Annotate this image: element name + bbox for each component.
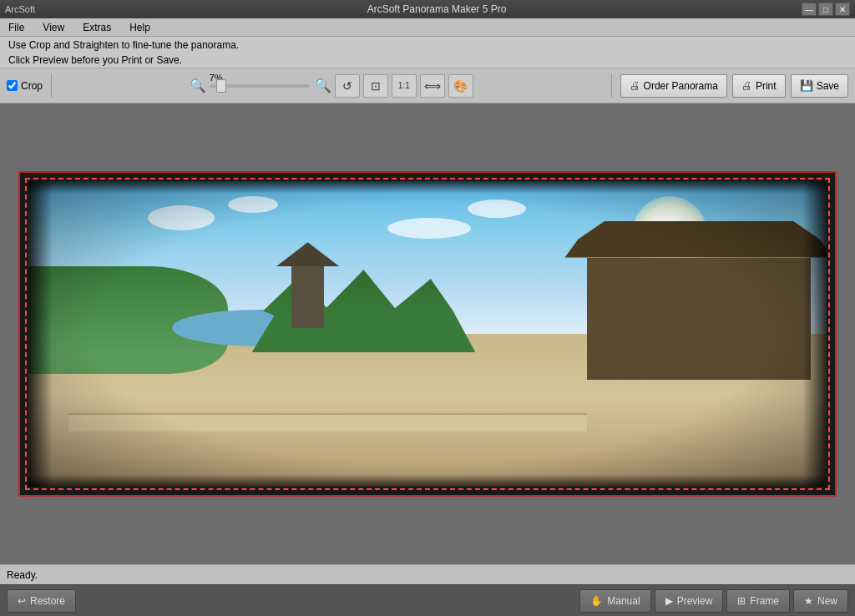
bottom-btn-group: ✋ Manual ▶ Preview ⊞ Frame ★ New: [579, 589, 848, 613]
toolbar: Crop 🔍 7% 🔍 ↺ ⊡ 1:1 ⟺ 🎨 🖨 Order Panorama…: [0, 68, 855, 104]
straighten-button[interactable]: ⟺: [420, 74, 445, 98]
separator-1: [51, 74, 52, 98]
status-bar: Ready.: [0, 564, 855, 584]
crop-checkbox[interactable]: [7, 80, 18, 91]
instructions-bar: Use Crop and Straighten to fine-tune the…: [0, 37, 855, 68]
menu-help[interactable]: Help: [124, 20, 155, 35]
zoom-in-icon[interactable]: 🔍: [315, 78, 331, 93]
restore-button[interactable]: ↩ Restore: [7, 589, 76, 613]
zoom-out-icon[interactable]: 🔍: [190, 78, 206, 93]
minimize-button[interactable]: —: [802, 3, 817, 16]
print-icon: 🖨: [741, 79, 752, 92]
order-icon: 🖨: [630, 79, 640, 92]
close-button[interactable]: ✕: [835, 3, 850, 16]
crop-checkbox-wrapper: Crop: [7, 80, 43, 92]
vignette-overlay: [28, 181, 827, 487]
maximize-button[interactable]: □: [818, 3, 833, 16]
main-canvas: [0, 104, 855, 564]
print-button[interactable]: 🖨 Print: [732, 74, 786, 98]
preview-button[interactable]: ▶ Preview: [655, 589, 724, 613]
instructions-text: Use Crop and Straighten to fine-tune the…: [8, 38, 239, 68]
menu-view[interactable]: View: [38, 20, 69, 35]
actual-size-button[interactable]: 1:1: [392, 74, 417, 98]
manual-icon: ✋: [590, 595, 603, 607]
new-icon: ★: [804, 595, 813, 607]
save-icon: 💾: [800, 79, 813, 92]
order-panorama-button[interactable]: 🖨 Order Panorama: [620, 74, 727, 98]
window-controls: — □ ✕: [802, 3, 850, 16]
title-bar: ArcSoft ArcSoft Panorama Maker 5 Pro — □…: [0, 0, 855, 18]
restore-icon: ↩: [18, 595, 26, 607]
panorama-image: [28, 181, 827, 487]
zoom-slider-thumb[interactable]: [216, 79, 226, 93]
menu-bar: File View Extras Help: [0, 18, 855, 37]
menu-file[interactable]: File: [3, 20, 29, 35]
frame-icon: ⊞: [737, 595, 746, 607]
save-button[interactable]: 💾 Save: [791, 74, 848, 98]
panorama-frame[interactable]: [18, 171, 837, 497]
preview-icon: ▶: [665, 595, 673, 607]
menu-extras[interactable]: Extras: [78, 20, 116, 35]
new-button[interactable]: ★ New: [793, 589, 848, 613]
status-text: Ready.: [7, 569, 38, 581]
app-title: ArcSoft Panorama Maker 5 Pro: [72, 3, 802, 15]
fit-button[interactable]: ⊡: [363, 74, 388, 98]
crop-label: Crop: [21, 80, 43, 92]
color-button[interactable]: 🎨: [448, 74, 473, 98]
separator-2: [611, 74, 612, 98]
rotate-left-button[interactable]: ↺: [335, 74, 360, 98]
zoom-slider[interactable]: [210, 84, 310, 88]
frame-button[interactable]: ⊞ Frame: [726, 589, 790, 613]
bottom-toolbar: ↩ Restore ✋ Manual ▶ Preview ⊞ Frame ★ N…: [0, 584, 855, 616]
manual-button[interactable]: ✋ Manual: [579, 589, 650, 613]
